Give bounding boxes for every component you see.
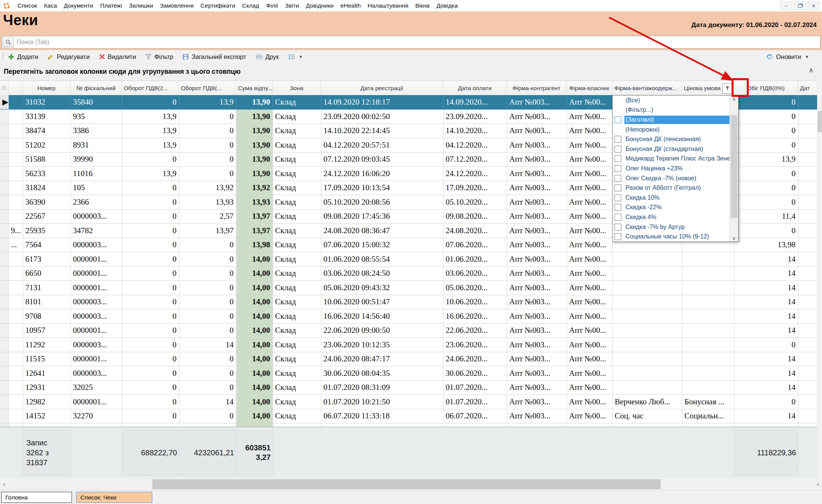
cell-contr[interactable]: Апт №003... bbox=[507, 323, 567, 338]
cell-cons[interactable] bbox=[612, 309, 682, 324]
cell-ind[interactable] bbox=[0, 295, 8, 309]
cell-price[interactable] bbox=[682, 309, 734, 324]
cell-ob2[interactable]: 0 bbox=[122, 338, 179, 352]
cell-obig[interactable]: 14 bbox=[734, 309, 798, 324]
cell-zona[interactable]: Склад bbox=[273, 110, 321, 124]
cell-ob2[interactable]: 0 bbox=[122, 281, 179, 295]
cell-fiscal[interactable]: 0000003... bbox=[70, 366, 122, 381]
cell-dat[interactable] bbox=[798, 352, 818, 366]
filter-option[interactable]: (Непорожні) bbox=[613, 125, 729, 135]
cell-price[interactable] bbox=[682, 295, 734, 309]
table-row[interactable]: 81010000003...0014,00Склад10.06.2020 00:… bbox=[0, 295, 818, 309]
cell-fiscal[interactable]: 32025 bbox=[70, 380, 122, 395]
cell-pay[interactable]: 01.06.2020... bbox=[443, 252, 507, 267]
refresh-button[interactable]: Оновити ▼ bbox=[766, 53, 809, 60]
cell-ob[interactable]: 0 bbox=[179, 238, 236, 252]
column-header-pay[interactable]: Дата оплати bbox=[443, 81, 507, 95]
cell-ob[interactable]: 14 bbox=[179, 338, 236, 352]
cell-fiscal[interactable]: 0000001... bbox=[70, 352, 122, 366]
cell-ob[interactable]: 0 bbox=[179, 266, 236, 281]
cell-ob2[interactable]: 0 bbox=[122, 238, 179, 252]
cell-ob2[interactable]: 0 bbox=[122, 266, 179, 281]
cell-contr[interactable]: Апт №003... bbox=[507, 181, 567, 195]
cell-ob[interactable]: 0 bbox=[179, 124, 236, 138]
cell-fiscal[interactable]: 0000003... bbox=[70, 238, 122, 252]
cell-zona[interactable]: Склад bbox=[273, 423, 321, 427]
cell-pay[interactable]: 05.06.2020... bbox=[443, 281, 507, 295]
cell-contr[interactable]: Апт №003... bbox=[507, 352, 567, 366]
cell-suma[interactable]: 14,00 bbox=[236, 380, 273, 395]
cell-reg[interactable]: 01.07.2020 08:31:09 bbox=[321, 380, 443, 395]
table-row[interactable]: 61730000001...0014,00Склад01.06.2020 08:… bbox=[0, 252, 818, 267]
cell-suma[interactable]: 13,93 bbox=[236, 195, 273, 210]
cell-owner[interactable]: Апт №00... bbox=[567, 124, 612, 138]
cell-ind[interactable] bbox=[0, 124, 8, 138]
cell-nomer[interactable]: 11515 bbox=[23, 352, 70, 366]
cell-obig[interactable]: 0 bbox=[734, 110, 798, 124]
table-row[interactable]: 129820000001...01414,00Склад01.07.2020 1… bbox=[0, 395, 818, 409]
toolbar-grip[interactable] bbox=[2, 52, 4, 61]
cell-contr[interactable]: Апт №003... bbox=[507, 195, 567, 210]
table-row[interactable]: 112920000003...01414,00Склад23.06.2020 1… bbox=[0, 338, 818, 352]
cell-ob[interactable]: 0 bbox=[179, 423, 236, 427]
cell-ob[interactable]: 0 bbox=[179, 409, 236, 423]
cell-obig[interactable]: 0 bbox=[734, 195, 798, 210]
column-header-ind[interactable] bbox=[0, 81, 8, 95]
filter-option[interactable]: Скидка 4% bbox=[613, 212, 729, 222]
cell-nomer[interactable]: 6650 bbox=[23, 266, 70, 281]
cell-nomer[interactable]: 6173 bbox=[23, 252, 70, 267]
cell-suma[interactable]: 14,00 bbox=[236, 409, 273, 423]
cell-pay[interactable]: 05.10.2020... bbox=[443, 195, 507, 210]
cell-zona[interactable]: Склад bbox=[273, 195, 321, 210]
cell-reg[interactable]: 01.07.2020 10:21:50 bbox=[321, 395, 443, 409]
table-row[interactable]: 126410000003...0014,00Склад30.06.2020 08… bbox=[0, 366, 818, 381]
cell-zona[interactable]: Склад bbox=[273, 380, 321, 395]
cell-zona[interactable]: Склад bbox=[273, 409, 321, 423]
cell-ind[interactable] bbox=[0, 152, 8, 167]
cell-dat[interactable] bbox=[798, 338, 818, 352]
search-icon[interactable] bbox=[3, 37, 14, 48]
cell-ob2[interactable]: 0 bbox=[122, 352, 179, 366]
cell-ob[interactable]: 0 bbox=[179, 323, 236, 338]
cell-nomer[interactable]: 25935 bbox=[23, 224, 70, 238]
cell-pay[interactable]: 09.08.2020... bbox=[443, 209, 507, 224]
menu-item-замовлення[interactable]: Замовлення bbox=[156, 2, 197, 9]
cell-dat[interactable] bbox=[798, 395, 818, 409]
edit-button[interactable]: Редагувати bbox=[47, 53, 89, 60]
cell-ob2[interactable]: 0 bbox=[122, 252, 179, 267]
cell-cons[interactable]: Соц. час bbox=[612, 409, 682, 423]
cell-ind[interactable] bbox=[0, 352, 8, 366]
cell-suma[interactable]: 14,00 bbox=[236, 281, 273, 295]
cell-fiscal[interactable]: 935 bbox=[70, 110, 122, 124]
cell-ob[interactable]: 0 bbox=[179, 281, 236, 295]
cell-owner[interactable]: Апт №00... bbox=[567, 409, 612, 423]
cell-price[interactable] bbox=[682, 266, 734, 281]
filter-option-checkbox[interactable] bbox=[615, 146, 621, 153]
tab-holovna[interactable]: Головна bbox=[1, 492, 72, 503]
cell-ind[interactable] bbox=[0, 366, 8, 381]
cell-nomer[interactable]: 14152 bbox=[23, 409, 70, 423]
cell-dat[interactable] bbox=[798, 309, 818, 324]
cell-dat[interactable] bbox=[798, 266, 818, 281]
cell-fiscal[interactable]: 35840 bbox=[70, 95, 122, 110]
cell-pay[interactable]: 24.06.2020... bbox=[443, 352, 507, 366]
cell-price[interactable] bbox=[682, 352, 734, 366]
cell-ind[interactable] bbox=[0, 110, 8, 124]
cell-nomer[interactable]: 11292 bbox=[23, 338, 70, 352]
filter-option-checkbox[interactable] bbox=[615, 214, 621, 221]
cell-ob[interactable]: 0 bbox=[179, 352, 236, 366]
cell-reg[interactable]: 23.09.2020 00:02:50 bbox=[321, 110, 443, 124]
cell-ind[interactable] bbox=[0, 167, 8, 181]
cell-nomer[interactable]: 56233 bbox=[23, 167, 70, 181]
cell-dat[interactable] bbox=[798, 95, 818, 110]
cell-owner[interactable]: Апт №00... bbox=[567, 309, 612, 324]
horizontal-scrollbar[interactable]: ‹ › bbox=[0, 479, 822, 490]
cell-cons[interactable] bbox=[612, 323, 682, 338]
cell-ob2[interactable]: 0 bbox=[122, 195, 179, 210]
cell-reg[interactable]: 14.10.2020 22:14:45 bbox=[321, 124, 443, 138]
column-header-suma[interactable]: Сума відпу...△ bbox=[236, 81, 273, 95]
cell-owner[interactable]: Апт №00... bbox=[567, 238, 612, 252]
table-row[interactable]: 14152322700014,00Склад06.07.2020 11:33:1… bbox=[0, 409, 818, 423]
cell-owner[interactable]: Апт №00... bbox=[567, 281, 612, 295]
cell-ind[interactable] bbox=[0, 409, 8, 423]
